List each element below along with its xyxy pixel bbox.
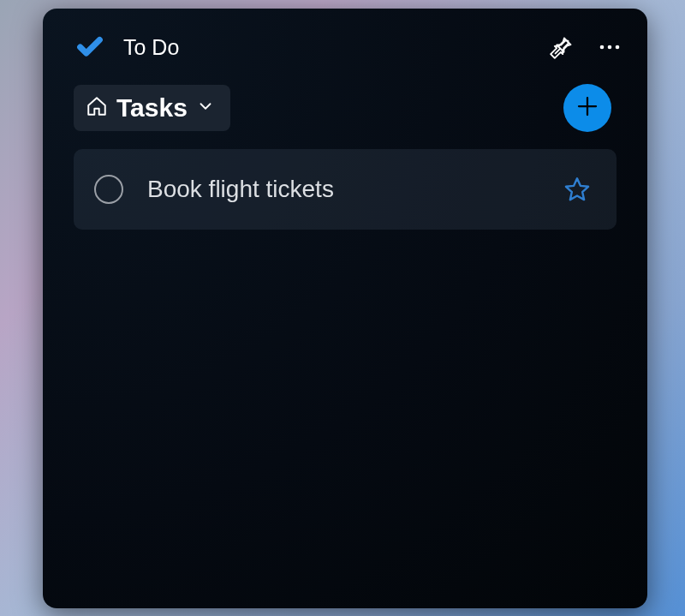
pin-icon[interactable] xyxy=(550,35,574,59)
checkmark-icon xyxy=(75,33,104,62)
svg-point-3 xyxy=(616,45,620,50)
star-icon[interactable] xyxy=(563,176,591,203)
task-title: Book flight tickets xyxy=(147,176,539,203)
more-icon[interactable] xyxy=(598,43,622,51)
home-icon xyxy=(86,95,108,121)
list-name: Tasks xyxy=(116,93,188,123)
app-title: To Do xyxy=(123,35,550,60)
svg-point-1 xyxy=(600,45,605,50)
plus-icon xyxy=(575,93,600,123)
svg-point-2 xyxy=(608,45,612,50)
list-selector-row: Tasks xyxy=(43,77,647,149)
add-task-button[interactable] xyxy=(563,84,611,132)
chevron-down-icon xyxy=(196,97,215,119)
task-item[interactable]: Book flight tickets xyxy=(74,149,616,230)
list-selector[interactable]: Tasks xyxy=(74,85,230,131)
task-complete-checkbox[interactable] xyxy=(94,175,123,204)
tasks-list: Book flight tickets xyxy=(43,149,647,230)
widget-header: To Do xyxy=(43,9,647,77)
todo-widget: To Do xyxy=(43,9,647,608)
header-actions xyxy=(550,35,622,59)
